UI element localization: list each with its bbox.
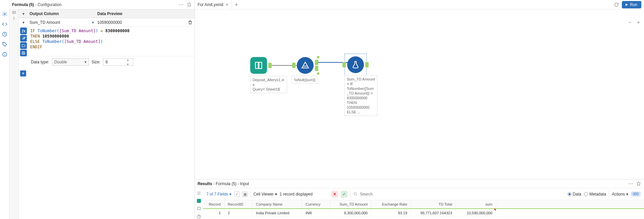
chevron-down-icon: ▾: [275, 192, 277, 197]
svg-point-9: [629, 183, 629, 184]
data-preview-value: 10590000000: [97, 20, 122, 25]
close-icon[interactable]: ✕: [225, 2, 229, 7]
refresh-icon[interactable]: [614, 2, 619, 7]
chevron-down-icon: ▾: [85, 60, 87, 64]
cell-sumtd: 8,300,000,000: [330, 209, 371, 217]
cell-tdtotal: 99,771,607.164323: [411, 209, 456, 217]
datatype-label: Data type:: [31, 60, 49, 64]
tag-icon[interactable]: [2, 42, 7, 47]
spinner-icon[interactable]: ▴▾: [127, 57, 131, 67]
svg-point-0: [4, 13, 5, 15]
play-icon: [625, 3, 629, 7]
add-formula-button[interactable]: +: [20, 70, 26, 76]
workflow-tab[interactable]: For Amit.yxmd ✕: [195, 0, 232, 9]
svg-point-6: [182, 4, 183, 5]
formula-editor[interactable]: IF ToNumber([Sum_TD Amount]) = 830000000…: [28, 27, 195, 56]
variable-button[interactable]: 𝒳: [20, 35, 27, 42]
format-badge[interactable]: 000: [631, 191, 641, 197]
run-button[interactable]: Run: [622, 1, 641, 8]
filter-error-button[interactable]: ✕: [331, 191, 338, 198]
cell-viewer-dropdown[interactable]: Cell Viewer ▾: [253, 192, 277, 197]
data-radio[interactable]: Data: [568, 192, 581, 197]
fx-button[interactable]: ƒx: [20, 28, 27, 34]
svg-rect-12: [197, 207, 200, 210]
fields-dropdown[interactable]: 7 of 7 Fields ▾: [206, 192, 231, 197]
more-icon[interactable]: [178, 2, 184, 7]
datatype-select[interactable]: Double ▾: [52, 58, 89, 66]
data-preview-header: Data Preview: [96, 11, 195, 16]
input-tool-node[interactable]: Deposit_Alteryx1.xls Query=`Sheet1$`: [250, 57, 287, 93]
svg-point-10: [630, 183, 631, 184]
col-company[interactable]: Company Name: [253, 200, 302, 208]
dropdown-arrow-icon[interactable]: ▾: [92, 20, 94, 25]
chevron-down-icon[interactable]: ▾: [19, 20, 28, 25]
svg-point-11: [632, 183, 633, 184]
formula-index: 1: [13, 16, 15, 20]
filter-icon: [301, 61, 310, 70]
book-icon: [254, 61, 263, 70]
cell-company: India Private Limited: [253, 209, 302, 217]
cell-sum: 10,590,000,000: [456, 209, 496, 217]
formula-tool-label: Sum_TD Amount = IF ToNumber([Sum_TD Amou…: [344, 75, 377, 116]
chevron-down-icon[interactable]: ▾: [19, 11, 28, 16]
filter-tool-node[interactable]: !IsNull([sum]): [297, 57, 318, 84]
folder-button[interactable]: [20, 42, 27, 49]
flask-icon: [351, 60, 360, 69]
search-input[interactable]: [353, 192, 565, 197]
cell-exchange: 83.19: [371, 209, 411, 217]
cell-recordid: 2: [224, 209, 253, 217]
col-exchange[interactable]: Exchange Rate: [371, 200, 411, 208]
formula-tool-node[interactable]: Sum_TD Amount = IF ToNumber([Sum_TD Amou…: [347, 56, 377, 116]
pin-icon[interactable]: [636, 181, 641, 186]
size-input[interactable]: 8 ▴▾: [103, 58, 133, 66]
svg-point-4: [179, 4, 180, 5]
list-icon: [12, 11, 16, 14]
search-icon: [353, 192, 358, 197]
pin-icon[interactable]: [186, 2, 192, 7]
message-icon[interactable]: [197, 206, 201, 211]
config-tool-name: Formula (5): [12, 2, 34, 7]
chevron-down-icon: ▾: [626, 192, 628, 197]
table-row[interactable]: 1 2 India Private Limited INR 8,300,000,…: [203, 209, 644, 217]
output-column-select[interactable]: Sum_TD Amount: [30, 20, 60, 25]
anchor-marker-icon[interactable]: [197, 199, 201, 203]
size-label: Size:: [92, 60, 101, 64]
workflow-canvas[interactable]: − + Deposit_Alteryx1.xls Query=`Sheet: [195, 9, 644, 179]
code-icon[interactable]: [2, 21, 7, 27]
svg-point-2: [3, 43, 4, 44]
new-tab-button[interactable]: +: [232, 2, 241, 8]
info-icon[interactable]: [2, 52, 7, 57]
gear-icon[interactable]: [2, 11, 7, 17]
clock-icon[interactable]: [2, 32, 7, 37]
table-header-row: Record RecordID Company Name Currency Su…: [203, 200, 644, 209]
save-button[interactable]: [20, 50, 27, 56]
checkbox-icon[interactable]: ✓: [234, 191, 239, 197]
trash-icon[interactable]: [188, 20, 193, 25]
col-sumtd[interactable]: Sum_TD Amount: [330, 200, 371, 208]
zoom-in-button[interactable]: +: [637, 19, 640, 25]
chevron-down-icon: ▾: [229, 192, 231, 197]
results-title: Results: [198, 181, 212, 186]
more-icon[interactable]: [628, 181, 633, 186]
record-count-label: 1 record displayed: [280, 192, 313, 197]
zoom-out-button[interactable]: −: [628, 19, 631, 25]
cell-currency: INR: [302, 209, 330, 217]
filter-ok-button[interactable]: ✓: [341, 191, 347, 198]
col-record[interactable]: Record: [203, 200, 224, 208]
col-sum[interactable]: sum: [456, 200, 496, 208]
deselect-icon[interactable]: ▣: [242, 191, 248, 197]
input-tool-label: Deposit_Alteryx1.xls Query=`Sheet1$`: [250, 76, 287, 93]
actions-dropdown[interactable]: Actions ▾: [612, 192, 628, 197]
svg-point-14: [354, 193, 356, 195]
output-column-header: Output Column: [28, 11, 96, 16]
col-currency[interactable]: Currency: [302, 200, 330, 208]
metadata-radio[interactable]: Metadata: [584, 192, 606, 197]
help-icon[interactable]: [197, 214, 201, 219]
col-tdtotal[interactable]: TD Total: [411, 200, 456, 208]
config-tool-suffix: - Configuration: [35, 2, 62, 7]
results-subtitle: - Formula (5) - Input: [213, 181, 249, 186]
col-recordid[interactable]: RecordID: [224, 200, 253, 208]
cell-record: 1: [203, 209, 224, 217]
list-icon[interactable]: [197, 191, 201, 196]
svg-point-5: [181, 4, 181, 5]
